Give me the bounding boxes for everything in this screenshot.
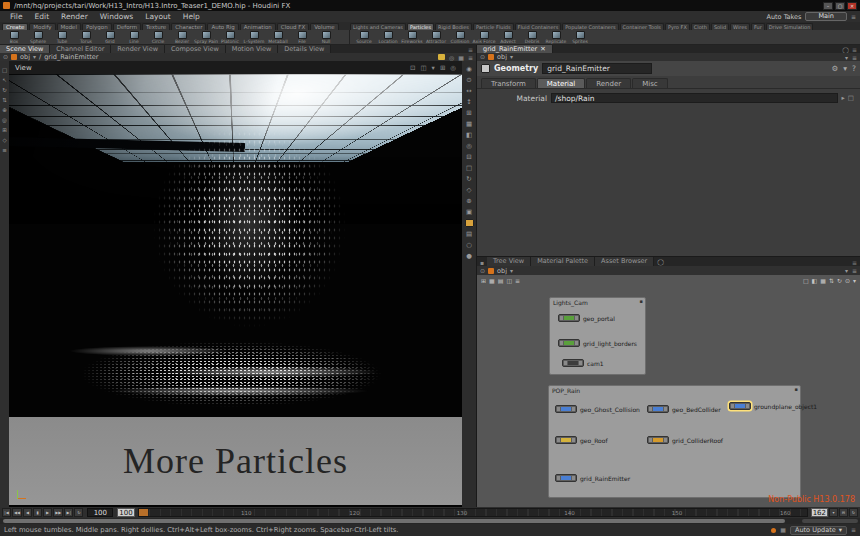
- tab-render[interactable]: Render: [586, 78, 631, 88]
- template-display-icon[interactable]: ▣: [466, 208, 472, 216]
- tab-compose-view[interactable]: Compose View: [165, 45, 226, 53]
- shelf-tab-texture[interactable]: Texture: [142, 23, 170, 30]
- scrollbar-thumb[interactable]: [3, 519, 785, 523]
- scrollbar-stub[interactable]: [802, 519, 858, 523]
- tab-material-palette[interactable]: Material Palette: [531, 257, 595, 266]
- node-groundplane-object1[interactable]: groundplane_object1: [729, 402, 817, 410]
- grid-icon[interactable]: ⊞: [440, 64, 445, 72]
- grid-icon[interactable]: ▦: [458, 54, 464, 61]
- tool-replicate[interactable]: Replicate: [544, 30, 568, 44]
- gear-icon[interactable]: ⚙: [832, 64, 839, 73]
- realtime-toggle-button[interactable]: ↻: [849, 508, 858, 517]
- play-button[interactable]: ▶: [43, 508, 52, 517]
- shelf-tab-deform[interactable]: Deform: [113, 23, 141, 30]
- shelf-tab-container-tools[interactable]: Container Tools: [620, 23, 664, 30]
- shading-mode-icon[interactable]: ▦: [466, 120, 472, 128]
- step-back-button[interactable]: ◀: [23, 508, 32, 517]
- menu-windows[interactable]: Windows: [94, 12, 139, 21]
- node-grid-light-borders[interactable]: grid_light_borders: [558, 339, 637, 347]
- camera-icon[interactable]: ◎: [449, 54, 454, 61]
- viewport-label[interactable]: View: [15, 64, 32, 72]
- camera-lock-icon[interactable]: □: [466, 164, 472, 172]
- tab-details-view[interactable]: Details View: [278, 45, 331, 53]
- shelf-tab-fluid-containers[interactable]: Fluid Containers: [515, 23, 562, 30]
- network-editor-canvas[interactable]: ⊞ ▦ ▤ ◫ ≡ □ ◧ ▦ ⇅ ↻ ⊙ ▾ Lights_Cam ▪: [477, 275, 860, 507]
- stop-button[interactable]: ▮: [33, 508, 42, 517]
- shelf-tab-model[interactable]: Model: [57, 23, 82, 30]
- tool-axis-force[interactable]: Axis Force: [472, 30, 496, 44]
- options-icon[interactable]: ≡: [852, 54, 857, 61]
- shelf-tab-polygon[interactable]: Polygon: [82, 23, 112, 30]
- maximize-button[interactable]: ▢: [835, 2, 845, 10]
- path-node[interactable]: grid_RainEmitter: [44, 53, 98, 61]
- frame-tool-icon[interactable]: ⊞: [466, 109, 471, 117]
- focus-icon[interactable]: ⊙: [845, 277, 850, 284]
- node-cam1[interactable]: cam1: [562, 359, 604, 367]
- sort-icon[interactable]: ⇅: [829, 277, 834, 284]
- tool-advect[interactable]: Advect: [496, 30, 520, 44]
- tool-null[interactable]: Null: [314, 30, 338, 44]
- shelf-tab-animation[interactable]: Animation: [240, 23, 276, 30]
- select-tool-icon[interactable]: □: [2, 67, 7, 73]
- tool-debris[interactable]: Debris: [520, 30, 544, 44]
- tool-box[interactable]: Box: [2, 30, 26, 44]
- help-icon[interactable]: ?: [852, 64, 856, 73]
- viewport-3d[interactable]: More Particles: [9, 74, 462, 507]
- minimize-button[interactable]: –: [823, 2, 833, 10]
- chevron-down-icon[interactable]: ▾: [510, 267, 513, 275]
- refresh-icon[interactable]: ↻: [466, 175, 471, 183]
- tool-location[interactable]: Location: [376, 30, 400, 44]
- pane-menu-icon[interactable]: ≡: [468, 46, 473, 53]
- options-icon[interactable]: ≡: [468, 54, 473, 61]
- tool-tube[interactable]: Tube: [50, 30, 74, 44]
- tool-lsystem[interactable]: L-System: [242, 30, 266, 44]
- go-to-start-button[interactable]: |◀: [2, 508, 11, 517]
- shelf-tab-lights-cameras[interactable]: Lights and Cameras: [350, 23, 406, 30]
- loop-mode-button[interactable]: ↻: [74, 508, 83, 517]
- dolly-tool-icon[interactable]: ↔: [466, 87, 471, 95]
- split-view-icon[interactable]: ◧: [812, 277, 818, 284]
- view-tool-icon[interactable]: ◉: [466, 65, 472, 73]
- take-selector[interactable]: Main: [805, 12, 847, 21]
- node-geo-portal[interactable]: geo_portal: [558, 314, 615, 322]
- range-start-field[interactable]: 100: [117, 508, 134, 517]
- menu-edit[interactable]: Edit: [29, 12, 56, 21]
- node-chooser-icon[interactable]: ▸: [842, 94, 845, 102]
- wireframe-icon[interactable]: ◧: [466, 131, 472, 139]
- tool-sphere[interactable]: Sphere: [26, 30, 50, 44]
- tab-close-icon[interactable]: ✕: [540, 45, 545, 53]
- network-menu-icon[interactable]: ≡: [515, 277, 520, 284]
- path-context[interactable]: obj: [20, 53, 30, 61]
- tool-torus[interactable]: Torus: [74, 30, 98, 44]
- shelf-tab-particles[interactable]: Particles: [407, 23, 434, 30]
- display-options-icon[interactable]: ⊟: [466, 153, 471, 161]
- group-display-icon[interactable]: ▤: [466, 230, 472, 238]
- tool-bezier[interactable]: Bezier: [170, 30, 194, 44]
- pin-icon[interactable]: ⊙: [480, 53, 485, 61]
- tool-circle[interactable]: Circle: [146, 30, 170, 44]
- refresh-icon[interactable]: ↻: [837, 277, 842, 284]
- pane-split-icon[interactable]: ▪: [480, 259, 484, 266]
- toolbar-menu-icon[interactable]: ≡: [2, 147, 7, 153]
- flipbook-icon[interactable]: [465, 219, 474, 227]
- shelf-tab-volume[interactable]: Volume: [310, 23, 338, 30]
- playback-options-button[interactable]: ▾: [829, 508, 838, 517]
- pane-menu-icon[interactable]: ≡: [852, 46, 857, 53]
- tab-misc[interactable]: Misc: [632, 78, 667, 88]
- auto-update-selector[interactable]: Auto Update ▾: [790, 526, 847, 535]
- shelf-tab-modify[interactable]: Modify: [29, 23, 55, 30]
- grid-toggle-icon[interactable]: ⊞: [2, 127, 7, 133]
- range-end-field[interactable]: 162: [811, 508, 828, 517]
- tool-metaball[interactable]: Metaball: [266, 30, 290, 44]
- node-grid-rainemitter[interactable]: grid_RainEmitter: [555, 474, 630, 482]
- tool-collision[interactable]: Collision: [448, 30, 472, 44]
- snapshot-icon[interactable]: ⊡: [410, 64, 415, 72]
- move-tool-icon[interactable]: ↖: [2, 77, 7, 83]
- shelf-tab-wires[interactable]: Wires: [730, 23, 750, 30]
- playhead[interactable]: [139, 509, 148, 516]
- tab-transform[interactable]: Transform: [481, 78, 536, 88]
- tumble-tool-icon[interactable]: ↕: [466, 98, 471, 106]
- prev-keyframe-button[interactable]: ◀◀: [12, 508, 22, 517]
- shelf-tab-fur[interactable]: Fur: [751, 23, 765, 30]
- lighting-icon[interactable]: ◎: [466, 142, 472, 150]
